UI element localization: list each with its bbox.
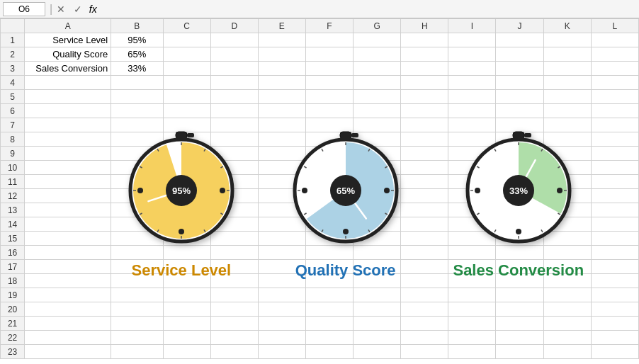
cell-r5-c12[interactable] — [591, 90, 638, 104]
cell-r23-c9[interactable] — [448, 345, 496, 359]
cell-r4-c3[interactable] — [163, 76, 210, 90]
cell-r1-c11[interactable] — [543, 33, 591, 47]
col-header-a[interactable]: A — [25, 19, 111, 33]
cell-r5-c3[interactable] — [163, 90, 210, 104]
row-header-22[interactable]: 22 — [1, 331, 25, 345]
row-header-7[interactable]: 7 — [1, 118, 25, 132]
cell-r5-c4[interactable] — [210, 90, 258, 104]
row-header-13[interactable]: 13 — [1, 203, 25, 217]
cell-r2-c5[interactable] — [258, 47, 305, 62]
cell-r19-c3[interactable] — [163, 288, 210, 302]
cell-r23-c5[interactable] — [258, 345, 305, 359]
cell-r19-c1[interactable] — [25, 288, 111, 302]
cell-r19-c10[interactable] — [496, 288, 543, 302]
cell-r3-c1[interactable]: Sales Conversion — [25, 62, 111, 76]
row-header-18[interactable]: 18 — [1, 274, 25, 288]
cell-r23-c4[interactable] — [210, 345, 258, 359]
cell-r2-c12[interactable] — [591, 47, 638, 62]
cell-r20-c4[interactable] — [210, 302, 258, 317]
row-header-4[interactable]: 4 — [1, 76, 25, 90]
cell-r23-c6[interactable] — [305, 345, 353, 359]
col-header-d[interactable]: D — [210, 19, 258, 33]
cell-r21-c1[interactable] — [25, 317, 111, 331]
cell-r6-c7[interactable] — [354, 104, 401, 118]
cell-r6-c2[interactable] — [111, 104, 163, 118]
cell-r3-c11[interactable] — [543, 62, 591, 76]
cell-r19-c5[interactable] — [258, 288, 305, 302]
cell-r22-c8[interactable] — [401, 331, 448, 345]
row-header-12[interactable]: 12 — [1, 189, 25, 203]
cell-r6-c6[interactable] — [305, 104, 353, 118]
cell-r4-c4[interactable] — [210, 76, 258, 90]
cell-r2-c7[interactable] — [354, 47, 401, 62]
cell-r1-c12[interactable] — [591, 33, 638, 47]
cell-r21-c3[interactable] — [163, 317, 210, 331]
cell-r4-c7[interactable] — [354, 76, 401, 90]
cell-r21-c5[interactable] — [258, 317, 305, 331]
cell-r19-c12[interactable] — [591, 288, 638, 302]
cell-r6-c12[interactable] — [591, 104, 638, 118]
col-header-b[interactable]: B — [111, 19, 163, 33]
row-header-17[interactable]: 17 — [1, 260, 25, 274]
cell-r21-c7[interactable] — [354, 317, 401, 331]
row-header-23[interactable]: 23 — [1, 345, 25, 359]
row-header-5[interactable]: 5 — [1, 90, 25, 104]
cell-r20-c3[interactable] — [163, 302, 210, 317]
cell-r1-c9[interactable] — [448, 33, 496, 47]
cell-r1-c1[interactable]: Service Level — [25, 33, 111, 47]
cell-r19-c11[interactable] — [543, 288, 591, 302]
formula-input[interactable] — [104, 3, 636, 15]
cell-r6-c8[interactable] — [401, 104, 448, 118]
cell-r22-c5[interactable] — [258, 331, 305, 345]
cell-r20-c7[interactable] — [354, 302, 401, 317]
cell-r23-c1[interactable] — [25, 345, 111, 359]
col-header-i[interactable]: I — [448, 19, 496, 33]
cell-r6-c4[interactable] — [210, 104, 258, 118]
cell-r6-c3[interactable] — [163, 104, 210, 118]
cell-r4-c1[interactable] — [25, 76, 111, 90]
col-header-f[interactable]: F — [305, 19, 353, 33]
cell-r22-c9[interactable] — [448, 331, 496, 345]
cell-r2-c3[interactable] — [163, 47, 210, 62]
cell-r5-c2[interactable] — [111, 90, 163, 104]
cell-r5-c8[interactable] — [401, 90, 448, 104]
cell-r23-c12[interactable] — [591, 345, 638, 359]
row-header-6[interactable]: 6 — [1, 104, 25, 118]
cell-r4-c2[interactable] — [111, 76, 163, 90]
cell-r23-c8[interactable] — [401, 345, 448, 359]
cell-r21-c8[interactable] — [401, 317, 448, 331]
cell-r3-c5[interactable] — [258, 62, 305, 76]
cell-r6-c5[interactable] — [258, 104, 305, 118]
cell-r5-c10[interactable] — [496, 90, 543, 104]
cell-r22-c7[interactable] — [354, 331, 401, 345]
cell-r22-c1[interactable] — [25, 331, 111, 345]
cell-r3-c3[interactable] — [163, 62, 210, 76]
cell-r19-c7[interactable] — [354, 288, 401, 302]
cell-r21-c6[interactable] — [305, 317, 353, 331]
row-header-3[interactable]: 3 — [1, 62, 25, 76]
row-header-16[interactable]: 16 — [1, 246, 25, 260]
cell-r22-c10[interactable] — [496, 331, 543, 345]
cell-r21-c10[interactable] — [496, 317, 543, 331]
cell-r1-c7[interactable] — [354, 33, 401, 47]
cell-r3-c2[interactable]: 33% — [111, 62, 163, 76]
cell-r1-c6[interactable] — [305, 33, 353, 47]
cell-r4-c5[interactable] — [258, 76, 305, 90]
cell-r3-c6[interactable] — [305, 62, 353, 76]
row-header-20[interactable]: 20 — [1, 302, 25, 317]
cell-r19-c2[interactable] — [111, 288, 163, 302]
cell-r3-c4[interactable] — [210, 62, 258, 76]
cell-r21-c12[interactable] — [591, 317, 638, 331]
cell-r5-c9[interactable] — [448, 90, 496, 104]
cell-r3-c10[interactable] — [496, 62, 543, 76]
cell-r20-c5[interactable] — [258, 302, 305, 317]
row-header-8[interactable]: 8 — [1, 132, 25, 147]
cell-r20-c11[interactable] — [543, 302, 591, 317]
cell-r1-c10[interactable] — [496, 33, 543, 47]
cell-r2-c10[interactable] — [496, 47, 543, 62]
cell-r2-c9[interactable] — [448, 47, 496, 62]
col-header-l[interactable]: L — [591, 19, 638, 33]
cell-r6-c9[interactable] — [448, 104, 496, 118]
cell-r2-c6[interactable] — [305, 47, 353, 62]
cell-r5-c11[interactable] — [543, 90, 591, 104]
